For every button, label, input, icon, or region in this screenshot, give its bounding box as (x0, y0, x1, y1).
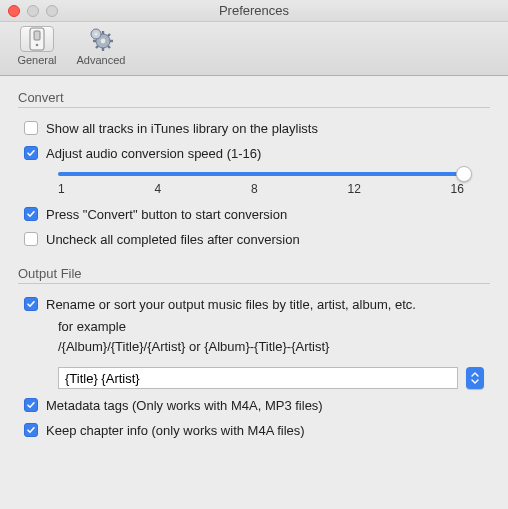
option-uncheck-completed[interactable]: Uncheck all completed files after conver… (18, 227, 490, 252)
slider-tick: 1 (58, 182, 65, 196)
titlebar: Preferences (0, 0, 508, 22)
checkbox-checked-icon[interactable] (24, 146, 38, 160)
checkbox-checked-icon[interactable] (24, 207, 38, 221)
filename-pattern-dropdown[interactable] (466, 367, 484, 389)
option-adjust-speed[interactable]: Adjust audio conversion speed (1-16) (18, 141, 490, 166)
slider-ticks: 1 4 8 12 16 (58, 182, 464, 196)
tab-advanced-label: Advanced (77, 54, 126, 66)
zoom-icon[interactable] (46, 5, 58, 17)
option-label: Uncheck all completed files after conver… (46, 231, 300, 248)
example-intro: for example (58, 317, 490, 337)
svg-line-12 (108, 34, 110, 36)
checkbox-unchecked-icon[interactable] (24, 121, 38, 135)
option-label: Press "Convert" button to start conversi… (46, 206, 287, 223)
tab-general-label: General (17, 54, 56, 66)
svg-line-10 (108, 46, 110, 48)
filename-pattern-row (18, 363, 490, 393)
gear-icon (88, 26, 114, 52)
minimize-icon[interactable] (27, 5, 39, 17)
svg-point-4 (101, 39, 106, 44)
option-label: Show all tracks in iTunes library on the… (46, 120, 318, 137)
option-keep-chapter[interactable]: Keep chapter info (only works with M4A f… (18, 418, 490, 443)
content: Convert Show all tracks in iTunes librar… (0, 76, 508, 457)
option-label: Adjust audio conversion speed (1-16) (46, 145, 261, 162)
toolbar: General Advanced (0, 22, 508, 76)
option-label: Keep chapter info (only works with M4A f… (46, 422, 305, 439)
speed-slider[interactable]: 1 4 8 12 16 (18, 166, 490, 202)
close-icon[interactable] (8, 5, 20, 17)
slider-tick: 4 (154, 182, 161, 196)
svg-line-11 (96, 46, 98, 48)
filename-pattern-input[interactable] (58, 367, 458, 389)
slider-tick: 16 (451, 182, 464, 196)
option-label: Metadata tags (Only works with M4A, MP3 … (46, 397, 323, 414)
tab-advanced[interactable]: Advanced (72, 26, 130, 66)
slider-tick: 8 (251, 182, 258, 196)
rename-example: for example /{Album}/{Title}/{Artist} or… (18, 317, 490, 357)
tab-general[interactable]: General (8, 26, 66, 66)
checkbox-checked-icon[interactable] (24, 297, 38, 311)
slider-thumb[interactable] (456, 166, 472, 182)
svg-rect-1 (34, 31, 40, 40)
option-label: Rename or sort your output music files b… (46, 296, 416, 313)
example-pattern: /{Album}/{Title}/{Artist} or {Album}-{Ti… (58, 337, 490, 357)
divider (18, 283, 490, 284)
svg-point-14 (94, 32, 97, 35)
checkbox-checked-icon[interactable] (24, 398, 38, 412)
divider (18, 107, 490, 108)
option-press-convert[interactable]: Press "Convert" button to start conversi… (18, 202, 490, 227)
section-output-title: Output File (18, 266, 490, 281)
window-title: Preferences (0, 3, 508, 18)
section-convert-title: Convert (18, 90, 490, 105)
option-rename-output[interactable]: Rename or sort your output music files b… (18, 292, 490, 317)
slider-track[interactable] (58, 172, 464, 176)
switch-icon (29, 27, 45, 51)
slider-tick: 12 (347, 182, 360, 196)
svg-point-2 (36, 44, 39, 47)
slider-fill (58, 172, 464, 176)
checkbox-unchecked-icon[interactable] (24, 232, 38, 246)
checkbox-checked-icon[interactable] (24, 423, 38, 437)
option-show-all-tracks[interactable]: Show all tracks in iTunes library on the… (18, 116, 490, 141)
option-metadata-tags[interactable]: Metadata tags (Only works with M4A, MP3 … (18, 393, 490, 418)
window-controls (0, 5, 58, 17)
chevron-up-down-icon (470, 371, 480, 385)
